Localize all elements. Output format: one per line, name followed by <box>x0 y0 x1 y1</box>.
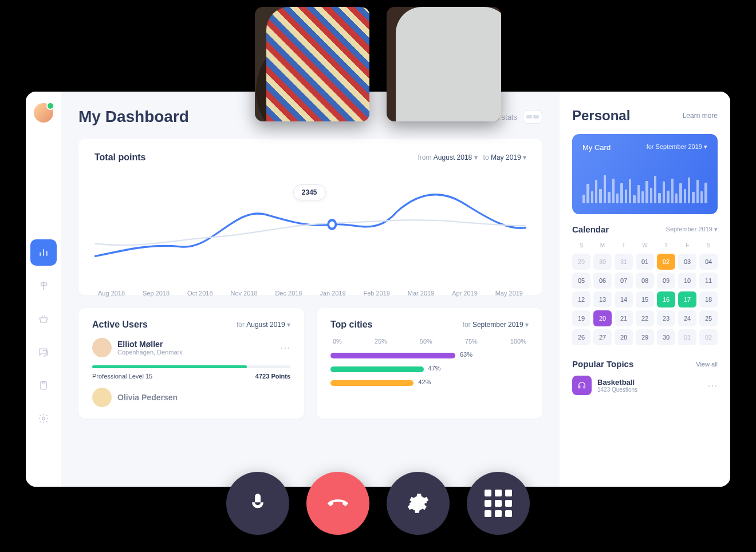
sidebar-item-chat[interactable] <box>30 339 57 365</box>
gear-icon <box>407 492 430 515</box>
calendar-day[interactable]: 20 <box>593 310 612 326</box>
x-axis-label: Apr 2019 <box>452 290 478 297</box>
calendar-day[interactable]: 08 <box>636 273 654 289</box>
calendar-day[interactable]: 11 <box>699 273 718 289</box>
topic-sub: 1423 Questions <box>597 387 637 393</box>
settings-button[interactable] <box>387 472 450 535</box>
mycard-title: My Card <box>582 143 611 152</box>
apps-grid-button[interactable] <box>467 472 530 535</box>
calendar-day[interactable]: 28 <box>615 329 633 345</box>
x-axis-label: Oct 2018 <box>187 290 213 297</box>
more-icon[interactable]: ⋯ <box>280 341 290 354</box>
mycard-bar-chart <box>582 163 707 203</box>
calendar-dow: T <box>615 240 633 251</box>
user-avatar <box>92 388 112 407</box>
calendar-day[interactable]: 30 <box>657 329 675 345</box>
period-selector[interactable]: for September 2019 ▾ <box>463 321 529 329</box>
calendar-dow: T <box>657 240 675 251</box>
gear-icon <box>38 413 49 424</box>
calendar-dow: F <box>678 240 696 251</box>
calendar-day[interactable]: 02 <box>657 254 675 270</box>
card-title: Active Users <box>92 320 148 330</box>
my-card[interactable]: My Card for September 2019 ▾ <box>572 134 718 214</box>
calendar-day[interactable]: 07 <box>615 273 633 289</box>
x-axis-label: Nov 2018 <box>230 290 257 297</box>
calendar-day[interactable]: 23 <box>657 310 675 326</box>
calendar-day[interactable]: 16 <box>657 291 675 307</box>
headphones-icon <box>572 376 592 395</box>
page-title: My Dashboard <box>78 108 189 126</box>
x-axis-label: May 2019 <box>495 290 523 297</box>
mute-button[interactable] <box>226 472 289 535</box>
city-bar: 47% <box>330 366 424 372</box>
sidebar-item-basket[interactable] <box>30 306 57 332</box>
user-name: Elliot Møller <box>117 340 183 349</box>
sidebar-item-signpost[interactable] <box>30 273 57 299</box>
calendar-day[interactable]: 22 <box>636 310 654 326</box>
sidebar-item-analytics[interactable] <box>30 239 57 266</box>
calendar-day[interactable]: 03 <box>678 254 696 270</box>
grid-icon <box>485 490 512 517</box>
calendar-day[interactable]: 02 <box>699 329 718 345</box>
user-name: Olivia Pedersen <box>117 393 178 402</box>
bar-chart-icon <box>38 247 49 258</box>
calendar-day[interactable]: 14 <box>615 291 633 307</box>
x-axis-label: Jan 2019 <box>320 290 345 297</box>
calendar-day[interactable]: 31 <box>615 254 633 270</box>
calendar-month-selector[interactable]: September 2019 ▾ <box>666 226 718 233</box>
topic-row[interactable]: Basketball 1423 Questions ⋯ <box>572 376 718 395</box>
video-participant-1[interactable] <box>255 7 369 121</box>
view-toggle[interactable] <box>523 110 542 124</box>
sidebar-item-clipboard[interactable] <box>30 372 57 399</box>
calendar-day[interactable]: 24 <box>678 310 696 326</box>
calendar-day[interactable]: 13 <box>593 291 612 307</box>
popular-topics-card: Popular Topics View all Basketball 1423 … <box>572 356 718 395</box>
calendar-day[interactable]: 15 <box>636 291 654 307</box>
view-all-link[interactable]: View all <box>696 361 718 368</box>
calendar-day[interactable]: 10 <box>678 273 696 289</box>
calendar-dow: M <box>593 240 612 251</box>
total-points-card: Total points from August 2018 ▾ to May 2… <box>78 139 542 295</box>
user-row[interactable]: Elliot Møller Copenhagen, Denmark ⋯ <box>92 338 290 357</box>
dashboard-window: My Dashboard Filter stats Total points f… <box>26 92 730 487</box>
active-users-card: Active Users for August 2019 ▾ Elliot Mø… <box>78 308 304 419</box>
user-location: Copenhagen, Denmark <box>117 349 183 356</box>
calendar-day[interactable]: 05 <box>572 273 590 289</box>
calendar-dow: S <box>699 240 718 251</box>
calendar-day[interactable]: 26 <box>572 329 590 345</box>
points-label: 4723 Points <box>255 373 290 380</box>
city-bar: 63% <box>330 353 455 358</box>
calendar-day[interactable]: 29 <box>572 254 590 270</box>
calendar-day[interactable]: 17 <box>678 291 696 307</box>
city-bar: 42% <box>330 380 414 386</box>
calendar-day[interactable]: 19 <box>572 310 590 326</box>
calendar-day[interactable]: 04 <box>699 254 718 270</box>
calendar-day[interactable]: 09 <box>657 273 675 289</box>
calendar-day[interactable]: 01 <box>678 329 696 345</box>
more-icon[interactable]: ⋯ <box>707 379 718 392</box>
svg-point-1 <box>42 417 45 420</box>
calendar-day[interactable]: 06 <box>593 273 612 289</box>
calendar-day[interactable]: 18 <box>699 291 718 307</box>
avatar[interactable] <box>34 103 53 123</box>
calendar-day[interactable]: 25 <box>699 310 718 326</box>
period-selector[interactable]: for August 2019 ▾ <box>237 321 290 329</box>
x-axis-label: Dec 2018 <box>275 290 302 297</box>
clipboard-icon <box>38 380 49 391</box>
sidebar-item-settings[interactable] <box>30 405 57 432</box>
video-participant-2[interactable] <box>387 7 501 121</box>
calendar-day[interactable]: 29 <box>636 329 654 345</box>
end-call-button[interactable] <box>306 472 369 535</box>
learn-more-link[interactable]: Learn more <box>683 112 718 120</box>
calendar-day[interactable]: 27 <box>593 329 612 345</box>
date-range[interactable]: from August 2018 ▾ to May 2019 ▾ <box>418 153 526 161</box>
calendar-day[interactable]: 01 <box>636 254 654 270</box>
video-tiles <box>255 7 501 121</box>
x-axis-label: Feb 2019 <box>363 290 389 297</box>
calendar-day[interactable]: 30 <box>593 254 612 270</box>
calendar-day[interactable]: 12 <box>572 291 590 307</box>
calendar-day[interactable]: 21 <box>615 310 633 326</box>
card-title: Total points <box>94 152 145 163</box>
user-row[interactable]: Olivia Pedersen <box>92 388 290 407</box>
calendar-dow: W <box>636 240 654 251</box>
